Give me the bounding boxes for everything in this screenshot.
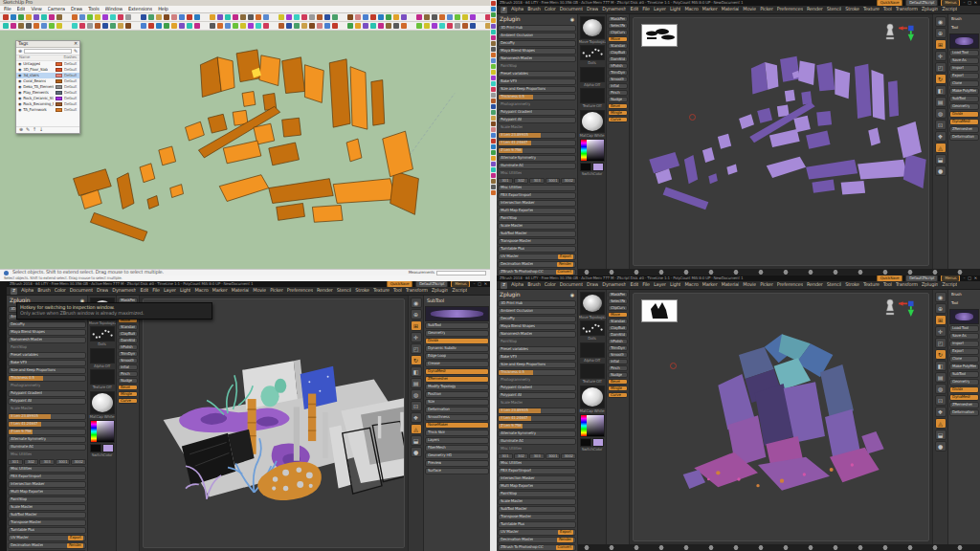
toolbar-icon[interactable]	[424, 14, 430, 20]
tray-row[interactable]: Alternate Symmetry	[8, 436, 86, 443]
right-shelf-icon-12[interactable]: ⬓	[411, 435, 422, 446]
tool-item-subtool[interactable]: SubTool	[949, 96, 979, 102]
tool-item-deformation[interactable]: Deformation	[425, 407, 489, 413]
toolbar-icon[interactable]	[164, 23, 169, 29]
action-chip[interactable]: Convert	[556, 545, 573, 549]
sketchup-viewport[interactable]: Tags ✕ ⊕ ✎ Name Dashes ◉UntaggedDefault◉…	[0, 31, 490, 270]
current-brush[interactable]	[580, 292, 605, 315]
zplugin-xyz-slider[interactable]: Y Len 41.24647	[8, 421, 86, 428]
visibility-eye-icon[interactable]: ◉	[18, 102, 21, 106]
toolbar-icon[interactable]	[217, 14, 223, 20]
brush-button-bevel[interactable]: Bevel	[608, 379, 628, 385]
zbrush-menu-brush[interactable]: Brush	[37, 288, 50, 294]
toolbar-icon[interactable]	[41, 23, 47, 29]
brush-button-trimdyn[interactable]: TrimDyn	[608, 70, 628, 76]
tray-row[interactable]: Bake VFX	[8, 360, 86, 366]
tool-item-dynamesh[interactable]: DynaMesh	[949, 119, 979, 125]
zplugin-item-zbrush-to-photoshop-cc[interactable]: ZBrush To Photoshop CCConvert	[498, 269, 576, 276]
zplugin-item-ambient-occlusion[interactable]: Ambient Occlusion	[498, 33, 576, 39]
zplugin-item-nanomesh-master[interactable]: Nanomesh Master	[498, 55, 576, 62]
zplugin-item-intersection-masker[interactable]: Intersection Masker	[8, 481, 86, 488]
zbrush-menu-layer[interactable]: Layer	[654, 7, 666, 12]
zplugin-xyz-slider[interactable]: X Len 23.89935	[498, 408, 576, 414]
zbrush-menu-color[interactable]: Color	[545, 282, 556, 288]
zbrush-menu-draw[interactable]: Draw	[587, 7, 598, 12]
sketchup-menu-view[interactable]: View	[31, 7, 41, 12]
brush-button-hpolish[interactable]: hPolish	[608, 339, 628, 344]
toolbar-icon[interactable]	[210, 23, 215, 29]
right-shelf-icon-3[interactable]: ✛	[935, 51, 947, 61]
right-shelf-icon-0[interactable]: ◉	[935, 292, 947, 302]
zplugin-xyz-slider[interactable]: Z Len 9.756	[8, 429, 86, 435]
camera-pawn-icon[interactable]	[884, 23, 896, 40]
zbrush-menu-file[interactable]: File	[642, 7, 650, 12]
brush-button-standard[interactable]: Standard	[118, 324, 138, 330]
current-texture[interactable]	[580, 364, 605, 379]
zplugin-section-header[interactable]: PaintStop	[8, 344, 86, 351]
saturation-square[interactable]	[587, 415, 604, 436]
zbrush-menu-transform[interactable]: Transform	[406, 288, 428, 294]
toolbar-icon[interactable]	[11, 23, 16, 29]
tag-dash-style[interactable]: Default	[64, 97, 78, 100]
tag-color-swatch[interactable]	[56, 102, 62, 106]
toolbar-icon[interactable]	[332, 14, 338, 20]
zbrush-menu-stroke[interactable]: Stroke	[845, 7, 859, 12]
toolbar-icon[interactable]	[41, 14, 47, 20]
toolbar-icon[interactable]	[217, 23, 223, 29]
tool-item-divide[interactable]: Divide	[949, 111, 979, 118]
right-shelf-icon-5[interactable]: ↻	[411, 355, 422, 365]
zbrush-logo-icon[interactable]: Z	[501, 282, 507, 289]
xyz-axis-icon[interactable]	[898, 23, 921, 42]
right-shelf-icon-0[interactable]: ◉	[411, 298, 422, 308]
toolbar-icon[interactable]	[225, 14, 231, 20]
zbrush-menu-texture[interactable]: Texture	[373, 288, 390, 294]
tray-tab-brush[interactable]: Brush	[949, 15, 979, 24]
pencil-icon[interactable]: ✎	[74, 49, 78, 55]
tag-dash-style[interactable]: Default	[64, 68, 78, 72]
color-picker[interactable]	[580, 139, 605, 162]
tag-color-swatch[interactable]	[56, 79, 62, 83]
zplugin-item-uv-master[interactable]: UV MasterExport	[8, 535, 86, 541]
toolbar-icon[interactable]	[118, 23, 123, 29]
toolbar-icon[interactable]	[87, 14, 93, 20]
action-chip[interactable]: Render	[557, 538, 573, 541]
zplugin-item-maya-blend-shapes[interactable]: Maya Blend Shapes	[8, 329, 86, 336]
tray-row[interactable]: Alternate Symmetry	[498, 155, 576, 162]
zplugin-item-maya-blend-shapes[interactable]: Maya Blend Shapes	[498, 48, 576, 55]
tiny-button[interactable]: 301	[498, 178, 513, 184]
zplugin-item-ambient-occlusion[interactable]: Ambient Occlusion	[498, 308, 576, 315]
right-shelf-icon-0[interactable]: ◉	[935, 16, 947, 27]
zplugin-item-nanomesh-master[interactable]: Nanomesh Master	[498, 331, 576, 338]
toolbar-icon[interactable]	[141, 14, 146, 20]
tray-row[interactable]: Preset variables	[498, 346, 576, 353]
window-control-icon[interactable]: ✕	[484, 282, 487, 286]
tool-item-dynamic-subdiv[interactable]: Dynamic Subdiv	[425, 345, 489, 352]
brush-button-move[interactable]: Move	[608, 312, 628, 318]
toolbar-icon[interactable]	[278, 14, 284, 20]
sketchup-menu-tools[interactable]: Tools	[88, 7, 99, 12]
toolbar-icon[interactable]	[95, 14, 100, 20]
tool-item-clone[interactable]: Clone	[949, 356, 979, 363]
tray-row[interactable]: Illuminate AO	[8, 444, 86, 451]
zplugin-section-header[interactable]: Photogrammetry	[498, 377, 576, 384]
zbrush-canvas[interactable]	[630, 14, 932, 269]
tags-col-name[interactable]: Name	[19, 55, 30, 59]
zplugin-item-intersection-masker[interactable]: Intersection Masker	[498, 475, 576, 482]
tray-row[interactable]: Size and Keep Proportions	[498, 362, 576, 368]
tool-item-zremesher[interactable]: ZRemesher	[949, 126, 979, 133]
zbrush-canvas[interactable]	[140, 296, 408, 551]
right-shelf-icon-2[interactable]: ⊞	[411, 320, 422, 331]
right-shelf-icon-1[interactable]: ⊕	[411, 309, 422, 320]
current-color-swatch[interactable]	[592, 438, 604, 447]
toolbar-icon[interactable]	[102, 23, 108, 29]
sketchup-menu-edit[interactable]: Edit	[17, 7, 26, 12]
current-stroke[interactable]	[580, 45, 605, 60]
zplugin-item-decoply[interactable]: DecoPly	[498, 40, 576, 47]
camera-gizmo[interactable]	[884, 298, 921, 318]
toolbar-icon[interactable]	[263, 23, 269, 29]
right-shelf-icon-8[interactable]: ◍	[411, 389, 422, 400]
zbrush-menu-stencil[interactable]: Stencil	[337, 288, 352, 294]
right-shelf-icon-13[interactable]: ●	[935, 441, 947, 452]
zbrush-menu-preferences[interactable]: Preferences	[777, 282, 803, 288]
tool-item-divide[interactable]: Divide	[425, 338, 489, 344]
